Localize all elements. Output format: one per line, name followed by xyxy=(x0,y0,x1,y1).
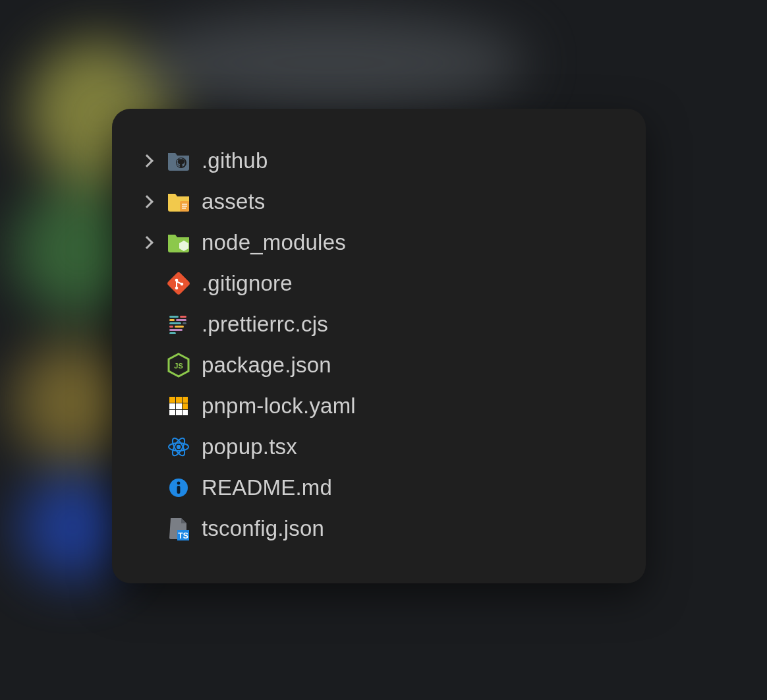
tree-item-label: node_modules xyxy=(202,230,346,255)
svg-rect-24 xyxy=(169,397,175,403)
svg-rect-20 xyxy=(169,329,183,331)
svg-point-33 xyxy=(177,445,181,449)
svg-rect-32 xyxy=(183,410,188,415)
tree-item-pnpm-lock[interactable]: pnpm-lock.yaml xyxy=(138,386,619,426)
chevron-right-icon xyxy=(140,154,154,167)
expand-chevron[interactable] xyxy=(138,238,156,247)
node-modules-folder-icon xyxy=(166,230,191,255)
svg-rect-16 xyxy=(169,322,181,324)
svg-rect-31 xyxy=(176,410,182,415)
svg-rect-17 xyxy=(183,322,186,324)
tree-item-label: pnpm-lock.yaml xyxy=(202,394,356,419)
svg-rect-4 xyxy=(182,208,186,209)
svg-rect-2 xyxy=(182,204,187,205)
svg-text:JS: JS xyxy=(174,362,183,370)
svg-rect-6 xyxy=(167,272,190,295)
tree-item-label: README.md xyxy=(202,475,332,500)
svg-point-38 xyxy=(177,482,181,485)
prettier-icon xyxy=(166,312,191,337)
svg-rect-13 xyxy=(180,316,186,318)
svg-rect-30 xyxy=(169,410,175,415)
tree-item-label: .github xyxy=(202,148,268,173)
chevron-right-icon xyxy=(140,236,154,249)
file-tree-panel: .github assets node_modules xyxy=(112,109,646,583)
git-icon xyxy=(166,271,191,296)
info-icon xyxy=(166,475,191,500)
svg-rect-27 xyxy=(183,403,188,409)
svg-rect-26 xyxy=(183,397,188,403)
tree-item-label: assets xyxy=(202,189,266,214)
tree-item-label: .prettierrc.cjs xyxy=(202,312,328,337)
nodejs-icon: JS xyxy=(166,353,191,378)
tree-item-tsconfig[interactable]: TS tsconfig.json xyxy=(138,508,619,549)
tree-item-readme[interactable]: README.md xyxy=(138,467,619,508)
tree-item-prettierrc[interactable]: .prettierrc.cjs xyxy=(138,304,619,345)
svg-rect-3 xyxy=(182,206,187,207)
svg-rect-12 xyxy=(169,316,179,318)
tree-item-popup-tsx[interactable]: popup.tsx xyxy=(138,426,619,467)
svg-rect-21 xyxy=(169,332,176,334)
expand-chevron[interactable] xyxy=(138,197,156,206)
svg-rect-18 xyxy=(169,326,173,328)
assets-folder-icon xyxy=(166,189,191,214)
svg-rect-19 xyxy=(175,326,184,328)
svg-rect-39 xyxy=(177,486,181,494)
tree-item-node-modules[interactable]: node_modules xyxy=(138,222,619,263)
tsconfig-icon: TS xyxy=(166,516,191,541)
svg-rect-28 xyxy=(169,403,175,409)
expand-chevron[interactable] xyxy=(138,156,156,165)
svg-rect-29 xyxy=(176,403,182,409)
tree-item-github[interactable]: .github xyxy=(138,140,619,181)
svg-rect-25 xyxy=(176,397,182,403)
github-folder-icon xyxy=(166,148,191,173)
chevron-right-icon xyxy=(140,195,154,208)
react-icon xyxy=(166,434,191,459)
tree-item-assets[interactable]: assets xyxy=(138,181,619,222)
tree-item-gitignore[interactable]: .gitignore xyxy=(138,263,619,304)
svg-rect-14 xyxy=(169,319,175,321)
tree-item-label: tsconfig.json xyxy=(202,516,324,541)
tree-item-package-json[interactable]: JS package.json xyxy=(138,345,619,386)
tree-item-label: popup.tsx xyxy=(202,434,297,459)
tree-item-label: package.json xyxy=(202,353,331,378)
svg-rect-15 xyxy=(176,319,186,321)
tree-item-label: .gitignore xyxy=(202,271,293,296)
pnpm-icon xyxy=(166,394,191,419)
svg-text:TS: TS xyxy=(178,531,188,540)
